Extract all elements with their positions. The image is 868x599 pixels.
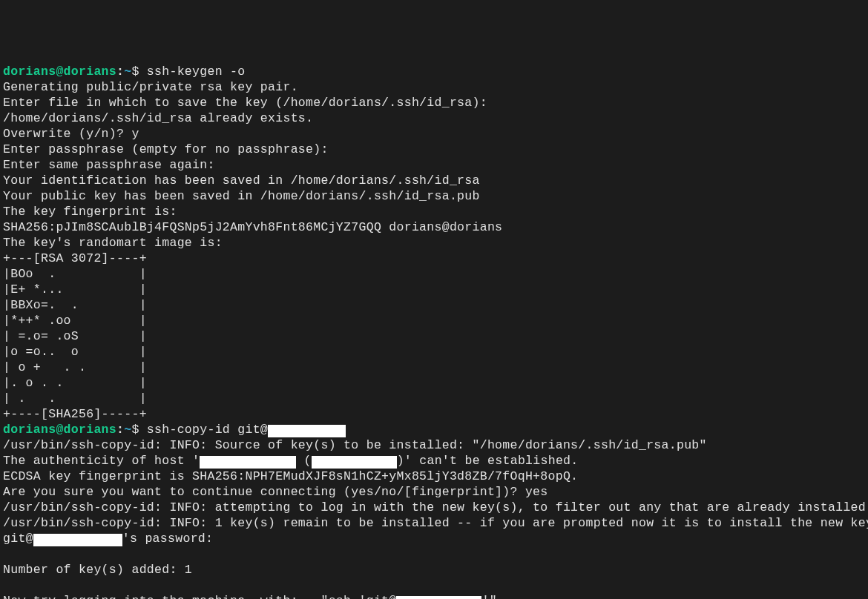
output-line: +----[SHA256]-----+	[3, 406, 865, 422]
command-text: ssh-copy-id git@	[147, 423, 268, 437]
output-line: Your identification has been saved in /h…	[3, 173, 865, 188]
terminal-output[interactable]: dorians@dorians:~$ ssh-keygen -oGenerati…	[3, 64, 865, 599]
output-line: The authenticity of host ' ( )' can't be…	[3, 453, 865, 469]
output-line: |BBXo=. . |	[3, 297, 865, 313]
prompt-path: ~	[124, 64, 131, 79]
output-line	[3, 546, 865, 562]
output-line: | . . |	[3, 391, 865, 406]
output-line: git@ 's password:	[3, 531, 865, 546]
output-line: +---[RSA 3072]----+	[3, 251, 865, 266]
output-line: | =.o= .oS |	[3, 328, 865, 344]
output-line	[3, 578, 865, 593]
redacted-block	[33, 534, 122, 546]
output-line: /usr/bin/ssh-copy-id: INFO: attempting t…	[3, 500, 865, 515]
output-line: |o =o.. o |	[3, 344, 865, 360]
output-line: SHA256:pJIm8SCAublBj4FQSNp5jJ2AmYvh8Fnt8…	[3, 219, 865, 235]
command-text: ssh-keygen -o	[147, 64, 246, 79]
output-line: The key fingerprint is:	[3, 204, 865, 219]
redacted-block	[396, 596, 481, 599]
output-line: Enter passphrase (empty for no passphras…	[3, 142, 865, 157]
output-line: Generating public/private rsa key pair.	[3, 79, 865, 95]
prompt-separator: :	[116, 423, 124, 437]
prompt-symbol: $	[131, 423, 146, 437]
redacted-block	[312, 456, 397, 469]
output-line: |. o . . |	[3, 375, 865, 391]
output-line: Now try logging into the machine, with: …	[3, 593, 865, 599]
output-line: |BOo . |	[3, 266, 865, 282]
output-line: /home/dorians/.ssh/id_rsa already exists…	[3, 110, 865, 126]
redacted-block	[268, 425, 346, 437]
output-line: Enter same passphrase again:	[3, 157, 865, 173]
command-line-2: dorians@dorians:~$ ssh-copy-id git@	[3, 422, 865, 437]
prompt-symbol: $	[131, 64, 146, 79]
output-line: Number of key(s) added: 1	[3, 562, 865, 578]
output-line: Your public key has been saved in /home/…	[3, 188, 865, 204]
prompt-path: ~	[124, 423, 131, 437]
command-line-1: dorians@dorians:~$ ssh-keygen -o	[3, 64, 865, 79]
output-line: | o + . . |	[3, 360, 865, 375]
output-line: Overwrite (y/n)? y	[3, 126, 865, 142]
output-line: |*++* .oo |	[3, 313, 865, 328]
prompt-user-host: dorians@dorians	[3, 64, 116, 79]
output-line: |E+ *... |	[3, 282, 865, 297]
output-line: ECDSA key fingerprint is SHA256:NPH7EMud…	[3, 469, 865, 484]
prompt-separator: :	[116, 64, 124, 79]
output-line: /usr/bin/ssh-copy-id: INFO: Source of ke…	[3, 437, 865, 453]
prompt-user-host: dorians@dorians	[3, 423, 116, 437]
redacted-block	[200, 456, 296, 469]
output-line: Enter file in which to save the key (/ho…	[3, 95, 865, 110]
output-line: Are you sure you want to continue connec…	[3, 484, 865, 500]
output-line: /usr/bin/ssh-copy-id: INFO: 1 key(s) rem…	[3, 515, 865, 531]
output-line: The key's randomart image is:	[3, 235, 865, 251]
